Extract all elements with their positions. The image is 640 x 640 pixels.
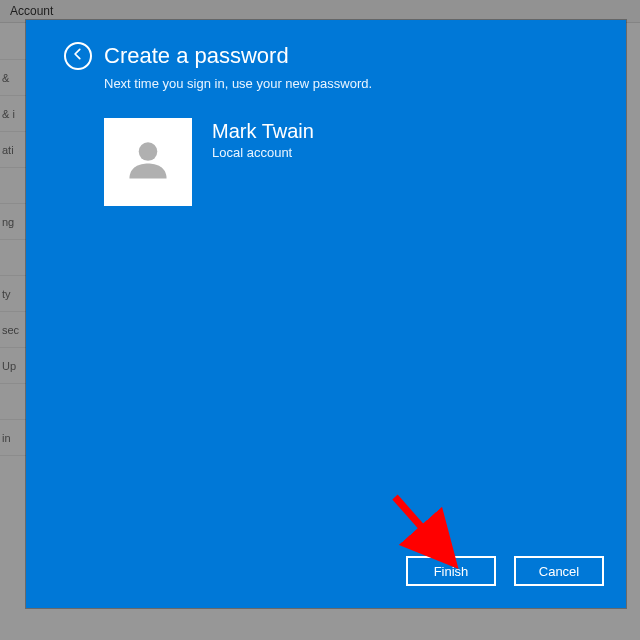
cancel-button[interactable]: Cancel (514, 556, 604, 586)
account-type: Local account (212, 145, 314, 160)
account-name: Mark Twain (212, 120, 314, 143)
finish-button-label: Finish (434, 564, 469, 579)
person-icon (121, 133, 175, 191)
back-arrow-icon (71, 47, 85, 65)
account-profile: Mark Twain Local account (104, 118, 314, 206)
dialog-subtitle: Next time you sign in, use your new pass… (104, 76, 372, 91)
cancel-button-label: Cancel (539, 564, 579, 579)
svg-line-2 (395, 497, 449, 558)
avatar (104, 118, 192, 206)
dialog-title: Create a password (104, 43, 289, 69)
create-password-dialog: Create a password Next time you sign in,… (26, 20, 626, 608)
svg-point-0 (139, 142, 158, 161)
back-button[interactable] (64, 42, 92, 70)
finish-button[interactable]: Finish (406, 556, 496, 586)
